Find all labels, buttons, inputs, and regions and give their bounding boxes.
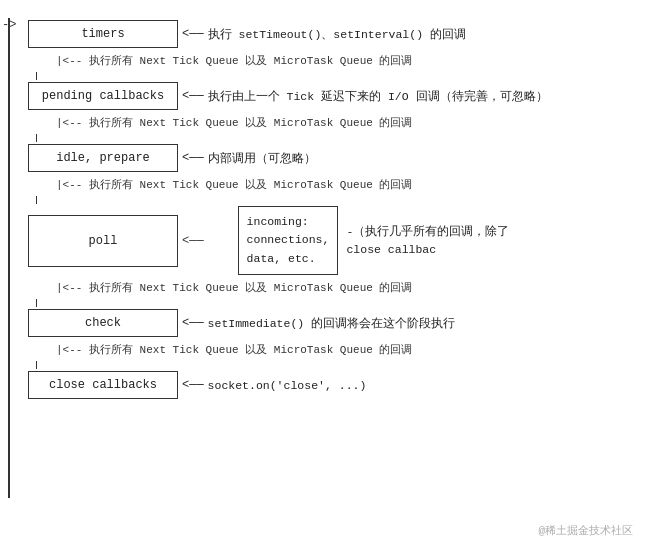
idle-label: idle, prepare [56, 151, 150, 165]
poll-row: poll <—— incoming: connections, data, et… [28, 206, 639, 275]
close-row: close callbacks <—— socket.on('close', .… [28, 371, 639, 399]
tick-text-3: |<-- 执行所有 Next Tick Queue 以及 MicroTask Q… [56, 177, 412, 192]
vert-4 [36, 299, 37, 307]
tick-row-3: |<-- 执行所有 Next Tick Queue 以及 MicroTask Q… [56, 172, 639, 196]
close-arrow: <—— [182, 378, 204, 392]
tick-text-4: |<-- 执行所有 Next Tick Queue 以及 MicroTask Q… [56, 280, 412, 295]
tick-text-1: |<-- 执行所有 Next Tick Queue 以及 MicroTask Q… [56, 53, 412, 68]
watermark-text: @稀土掘金技术社区 [538, 525, 633, 537]
poll-box: poll [28, 215, 178, 267]
check-annotation: setImmediate() 的回调将会在这个阶段执行 [208, 316, 456, 331]
check-arrow: <—— [182, 316, 204, 330]
close-annotation: socket.on('close', ...) [208, 379, 367, 392]
incoming-box: incoming: connections, data, etc. [238, 206, 339, 275]
vert-3 [36, 196, 37, 204]
pending-box: pending callbacks [28, 82, 178, 110]
pending-arrow: <—— [182, 89, 204, 103]
idle-arrow: <—— [182, 151, 204, 165]
idle-row: idle, prepare <—— 内部调用（可忽略） [28, 144, 639, 172]
tick-text-5: |<-- 执行所有 Next Tick Queue 以及 MicroTask Q… [56, 342, 412, 357]
tick-row-2: |<-- 执行所有 Next Tick Queue 以及 MicroTask Q… [56, 110, 639, 134]
timers-row: timers <—— 执行 setTimeout()、setInterval()… [28, 20, 639, 48]
close-label: close callbacks [49, 378, 157, 392]
check-box: check [28, 309, 178, 337]
check-row: check <—— setImmediate() 的回调将会在这个阶段执行 [28, 309, 639, 337]
vert-2 [36, 134, 37, 142]
watermark: @稀土掘金技术社区 [538, 523, 633, 538]
event-loop-diagram: -> timers <—— 执行 setTimeout()、setInterva… [0, 0, 647, 548]
timers-box: timers [28, 20, 178, 48]
incoming-text-3: data, etc. [247, 252, 316, 265]
tick-row-4: |<-- 执行所有 Next Tick Queue 以及 MicroTask Q… [56, 275, 639, 299]
content-area: timers <—— 执行 setTimeout()、setInterval()… [28, 20, 639, 399]
tick-row-1: |<-- 执行所有 Next Tick Queue 以及 MicroTask Q… [56, 48, 639, 72]
tick-text-2: |<-- 执行所有 Next Tick Queue 以及 MicroTask Q… [56, 115, 412, 130]
incoming-text-1: incoming: [247, 215, 309, 228]
check-label: check [85, 316, 121, 330]
loop-vertical-line [8, 18, 10, 498]
timers-annotation: 执行 setTimeout()、setInterval() 的回调 [208, 27, 466, 42]
poll-annotation: -（执行几乎所有的回调，除了 close callbac [346, 223, 546, 258]
tick-row-5: |<-- 执行所有 Next Tick Queue 以及 MicroTask Q… [56, 337, 639, 361]
timers-label: timers [81, 27, 124, 41]
close-box: close callbacks [28, 371, 178, 399]
poll-label: poll [89, 234, 118, 248]
timers-arrow: <—— [182, 27, 204, 41]
idle-annotation: 内部调用（可忽略） [208, 151, 316, 166]
vert-1 [36, 72, 37, 80]
pending-label: pending callbacks [42, 89, 164, 103]
pending-row: pending callbacks <—— 执行由上一个 Tick 延迟下来的 … [28, 82, 639, 110]
vert-5 [36, 361, 37, 369]
idle-box: idle, prepare [28, 144, 178, 172]
incoming-text-2: connections, [247, 233, 330, 246]
pending-annotation: 执行由上一个 Tick 延迟下来的 I/O 回调（待完善，可忽略） [208, 89, 548, 104]
poll-arrow: <—— [182, 234, 204, 248]
